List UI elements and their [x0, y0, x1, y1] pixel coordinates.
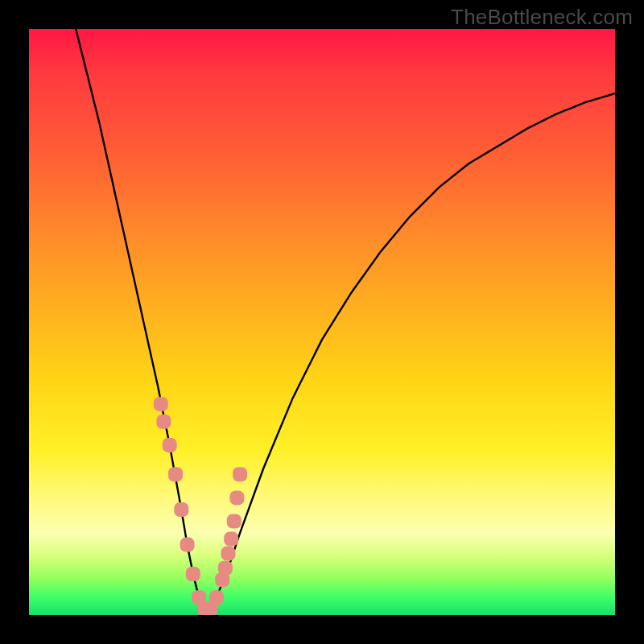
chart-frame: TheBottleneck.com — [0, 0, 644, 644]
marker-point — [224, 531, 238, 546]
near-optimum-markers — [154, 397, 247, 615]
marker-point — [229, 490, 244, 505]
marker-point — [221, 547, 236, 561]
marker-point — [163, 438, 177, 452]
bottleneck-curve — [76, 29, 615, 609]
marker-point — [180, 538, 195, 552]
marker-point — [186, 567, 200, 581]
watermark-text: TheBottleneck.com — [451, 5, 633, 30]
marker-point — [156, 415, 171, 429]
marker-point — [218, 561, 233, 576]
marker-point — [209, 590, 224, 605]
marker-point — [154, 397, 168, 411]
marker-point — [168, 467, 183, 481]
marker-point — [233, 467, 247, 481]
plot-area — [29, 29, 615, 615]
marker-point — [174, 502, 188, 517]
marker-point — [227, 514, 242, 529]
chart-svg — [29, 29, 615, 615]
